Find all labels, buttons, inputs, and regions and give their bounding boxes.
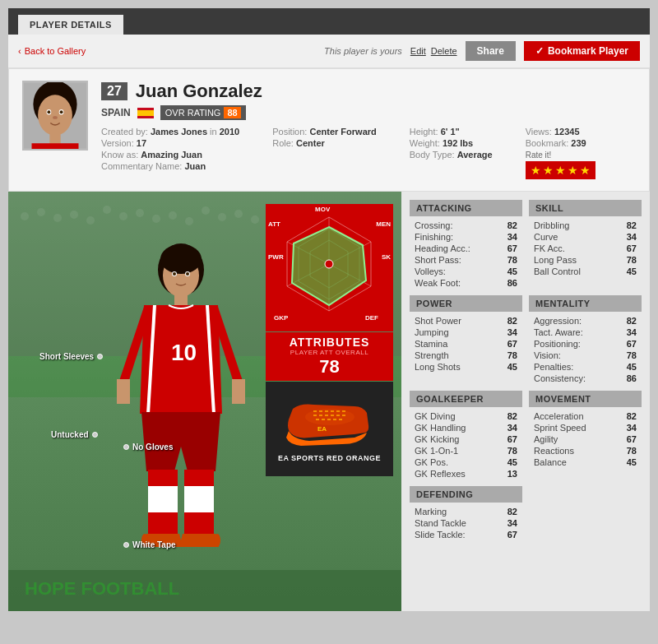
rate-it-label: Rate it! <box>526 151 552 160</box>
svg-point-14 <box>21 212 29 220</box>
power-stat-4: Long Shots 45 <box>410 361 522 373</box>
player-visual: HOPE FOOTBALL <box>8 192 401 611</box>
svg-text:EA: EA <box>317 425 327 433</box>
position-value: Center Forward <box>309 127 376 137</box>
boots-name: EA SPORTS RED ORANGE <box>278 454 381 462</box>
svg-point-7 <box>53 116 58 119</box>
player-avatar <box>22 81 88 151</box>
mentality-stat-1: Tact. Aware: 34 <box>529 327 642 338</box>
position-item: Position: Center Forward <box>272 127 377 137</box>
meta-col-position: Position: Center Forward Role: Center <box>272 127 377 179</box>
star-3: ★ <box>555 164 566 177</box>
svg-point-21 <box>136 209 144 217</box>
svg-point-19 <box>103 206 111 214</box>
svg-point-27 <box>234 210 243 218</box>
svg-point-67 <box>325 260 333 268</box>
white-tape-text: White Tape <box>132 540 176 549</box>
short-sleeves-text: Short Sleeves <box>39 352 94 361</box>
skill-stat-2: FK Acc. 67 <box>529 243 642 254</box>
svg-point-24 <box>185 217 193 225</box>
stars-rating[interactable]: ★ ★ ★ ★ ★ <box>526 161 595 179</box>
radar-sk-label: SK <box>382 253 391 261</box>
svg-rect-55 <box>184 470 214 486</box>
goalkeeper-stat-5: GK Reflexes 13 <box>410 468 522 480</box>
tab-player-details[interactable]: PLAYER DETAILS <box>18 15 123 35</box>
untucked-dot <box>92 432 98 438</box>
svg-point-26 <box>218 213 226 221</box>
spain-flag-icon <box>137 108 154 118</box>
player-header: 27 Juan Gonzalez SPAIN OVR RATING 88 <box>8 68 650 192</box>
svg-point-23 <box>169 211 177 220</box>
views-value: 12345 <box>554 127 580 137</box>
star-2: ★ <box>543 164 554 177</box>
commentary-name-value: Juan <box>184 161 206 171</box>
power-stat-0: Shot Power 82 <box>410 315 522 327</box>
player-figure-svg: 10 <box>90 233 271 586</box>
version-value: 17 <box>137 138 146 148</box>
svg-rect-56 <box>148 512 178 535</box>
attributes-title: ATTRIBUTES <box>272 336 387 349</box>
attacking-section: ATTACKING Crossing: 82 Finishing: 34 Hea… <box>410 200 522 289</box>
bookmark-button[interactable]: ✓ Bookmark Player <box>524 41 640 61</box>
share-button[interactable]: Share <box>466 41 516 61</box>
content-area: HOPE FOOTBALL <box>8 192 650 611</box>
power-stat-2: Stamina 67 <box>410 338 522 350</box>
svg-point-16 <box>53 214 62 222</box>
svg-point-22 <box>152 215 160 223</box>
movement-stat-4: Balance 45 <box>529 456 642 468</box>
attacking-stat-4: Volleys: 45 <box>410 266 522 277</box>
radar-men-label: MEN <box>376 220 391 228</box>
known-as-value: Amazing Juan <box>141 150 202 160</box>
body-type-item: Body Type: Average <box>410 150 493 160</box>
mentality-section: MENTALITY Aggression: 82 Tact. Aware: 34… <box>529 295 642 384</box>
views-item: Views: 12345 <box>526 127 580 137</box>
movement-stat-1: Sprint Speed 34 <box>529 422 642 433</box>
radar-att-label: ATT <box>268 220 280 228</box>
skill-stat-4: Ball Control 45 <box>529 266 642 277</box>
mentality-title: MENTALITY <box>529 295 642 312</box>
player-number: 27 <box>101 82 127 100</box>
bookmark-label: Bookmark Player <box>548 45 628 57</box>
mentality-stat-2: Positioning: 67 <box>529 338 642 350</box>
svg-point-15 <box>37 208 45 216</box>
attacking-stat-1: Finishing: 34 <box>410 231 522 243</box>
radar-mov-label: MOV <box>315 206 330 213</box>
white-tape-dot <box>123 542 129 548</box>
untucked-text: Untucked <box>51 430 89 439</box>
movement-stat-0: Acceleration 82 <box>529 410 642 422</box>
defending-stat-0: Marking 82 <box>410 506 522 517</box>
radar-gkp-label: GKP <box>274 314 288 322</box>
back-to-gallery-link[interactable]: ‹ Back to Gallery <box>18 46 86 56</box>
delete-link[interactable]: Delete <box>431 46 457 56</box>
player-info-main: 27 Juan Gonzalez SPAIN OVR RATING 88 <box>101 81 636 179</box>
radar-box: MOV MEN SK DEF GKP PWR ATT <box>266 204 393 331</box>
movement-section: MOVEMENT Acceleration 82 Sprint Speed 34… <box>529 391 642 480</box>
goalkeeper-stat-0: GK Diving 82 <box>410 410 522 422</box>
edit-link[interactable]: Edit <box>410 46 426 56</box>
attributes-panel: MOV MEN SK DEF GKP PWR ATT <box>266 204 393 476</box>
role-item: Role: Center <box>272 138 377 148</box>
player-country: SPAIN <box>101 107 131 118</box>
defending-stat-1: Stand Tackle 34 <box>410 517 522 529</box>
edit-delete-group: Edit Delete <box>410 46 457 56</box>
svg-rect-57 <box>184 512 214 535</box>
stats-panel: ATTACKING Crossing: 82 Finishing: 34 Hea… <box>401 192 650 611</box>
svg-point-17 <box>70 211 78 219</box>
player-name: Juan Gonzalez <box>136 81 262 102</box>
movement-stat-3: Reactions 78 <box>529 445 642 456</box>
body-type-value: Average <box>457 150 493 160</box>
svg-point-25 <box>202 206 210 215</box>
tab-bar: PLAYER DETAILS <box>8 8 650 35</box>
ovr-value: 88 <box>224 107 240 118</box>
player-meta: Created by: James Jones in 2010 Version:… <box>101 127 636 179</box>
svg-rect-11 <box>137 110 154 116</box>
player-name-row: 27 Juan Gonzalez <box>101 81 636 102</box>
goalkeeper-stat-4: GK Pos. 45 <box>410 456 522 468</box>
svg-point-18 <box>86 216 95 225</box>
power-stat-3: Strength 78 <box>410 350 522 361</box>
creation-year: 2010 <box>220 127 239 137</box>
meta-col-stats: Views: 12345 Bookmark: 239 Rate it! ★ ★ … <box>526 127 595 179</box>
svg-text:10: 10 <box>171 340 197 365</box>
role-value: Center <box>296 138 325 148</box>
untucked-label: Untucked <box>51 430 98 439</box>
